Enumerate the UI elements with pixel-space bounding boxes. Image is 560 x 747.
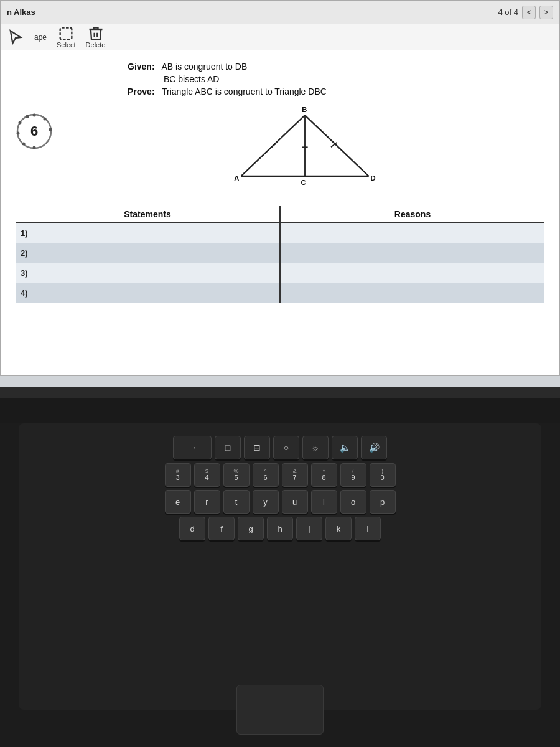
reason-cell[interactable] (280, 263, 544, 283)
key-amp-7[interactable]: & 7 (282, 463, 308, 487)
given-text-2: BC bisects AD (164, 74, 219, 84)
delete-icon (87, 26, 105, 41)
geometry-diagram: B A C D (218, 106, 392, 194)
top-bar: n Alkas 4 of 4 < > (1, 1, 559, 24)
page-count: 4 of 4 (498, 7, 518, 17)
key-rparen-0[interactable]: ) 0 (370, 463, 396, 487)
given-label: Given: (128, 62, 155, 72)
given-line: Given: AB is congruent to DB (128, 62, 544, 72)
label-D: D (370, 174, 375, 182)
key-dollar-4[interactable]: $ 4 (194, 463, 220, 487)
prove-text: Triangle ABC is congruent to Triangle DB… (162, 87, 327, 96)
svg-point-6 (22, 143, 26, 146)
key-u[interactable]: u (282, 490, 308, 514)
key-lparen-9[interactable]: ( 9 (340, 463, 366, 487)
table-row: 4) (16, 283, 544, 303)
key-circle[interactable]: ○ (273, 436, 299, 459)
prev-page-button[interactable]: < (522, 6, 536, 19)
row-num: 1) (21, 228, 28, 238)
given-prove-section: Given: AB is congruent to DB BC bisects … (128, 62, 544, 96)
svg-point-5 (33, 146, 36, 149)
key-o[interactable]: o (340, 490, 366, 514)
svg-point-7 (17, 132, 20, 135)
label-B: B (302, 106, 307, 113)
keyboard-area: → □ ⊟ ○ ☼ 🔈 🔊 # 3 $ 4 % 5 ^ 6 (0, 398, 560, 747)
proof-table: Statements Reasons 1)2)3)4) (16, 206, 544, 303)
statement-cell[interactable]: 4) (16, 283, 280, 303)
select-icon (57, 26, 75, 41)
reason-cell[interactable] (280, 223, 544, 243)
toolbar: ape Select (1, 24, 559, 50)
key-d[interactable]: d (179, 517, 205, 540)
statement-cell[interactable]: 2) (16, 243, 280, 263)
statement-cell[interactable]: 3) (16, 263, 280, 283)
table-row: 1) (16, 223, 544, 243)
keyboard-bezel (0, 398, 560, 423)
page-indicator: 4 of 4 < > (498, 6, 553, 19)
shape-label: ape (34, 33, 47, 42)
key-k[interactable]: k (325, 517, 352, 540)
reason-cell[interactable] (280, 283, 544, 303)
key-i[interactable]: i (311, 490, 337, 514)
key-p[interactable]: p (370, 490, 396, 514)
problem-badge: 6 (16, 113, 53, 150)
row-num: 3) (21, 268, 28, 278)
svg-point-4 (49, 128, 52, 131)
special-key-row: → □ ⊟ ○ ☼ 🔈 🔊 (28, 436, 532, 459)
key-split-square[interactable]: ⊟ (244, 436, 270, 459)
row-num: 2) (21, 248, 28, 258)
app-title: n Alkas (7, 7, 35, 17)
key-t[interactable]: t (223, 490, 250, 514)
reasons-header: Reasons (280, 206, 544, 223)
given-text-1: AB is congruent to DB (161, 62, 247, 72)
cursor-icon (7, 30, 24, 45)
svg-rect-0 (60, 27, 72, 39)
key-vol-low[interactable]: 🔈 (332, 436, 358, 459)
reason-cell[interactable] (280, 243, 544, 263)
main-content: Given: AB is congruent to DB BC bisects … (1, 50, 559, 314)
key-percent-5[interactable]: % 5 (223, 463, 250, 487)
key-caret-6[interactable]: ^ 6 (253, 463, 279, 487)
triangle-diagram: B A C D (65, 106, 544, 200)
key-g[interactable]: g (238, 517, 264, 540)
key-f[interactable]: f (208, 517, 235, 540)
key-j[interactable]: j (296, 517, 322, 540)
table-row: 3) (16, 263, 544, 283)
next-page-button[interactable]: > (539, 6, 553, 19)
given-line2: BC bisects AD (164, 74, 544, 84)
svg-point-8 (19, 121, 22, 125)
letter-row-top: e r t y u i o p (28, 490, 532, 514)
svg-point-9 (26, 115, 29, 118)
key-e[interactable]: e (165, 490, 191, 514)
delete-button[interactable]: Delete (86, 26, 106, 49)
key-star-8[interactable]: * 8 (311, 463, 337, 487)
key-vol-high[interactable]: 🔊 (361, 436, 387, 459)
delete-label: Delete (86, 41, 106, 49)
table-row: 2) (16, 243, 544, 263)
label-A: A (234, 174, 239, 182)
key-square[interactable]: □ (215, 436, 241, 459)
key-h[interactable]: h (267, 517, 293, 540)
touchpad[interactable] (236, 685, 324, 735)
select-button[interactable]: Select (57, 26, 76, 49)
prove-label: Prove: (128, 87, 155, 96)
label-C: C (301, 179, 306, 186)
select-label: Select (57, 41, 76, 49)
letter-row-mid: d f g h j k l (28, 517, 532, 540)
key-r[interactable]: r (194, 490, 220, 514)
badge-number: 6 (30, 123, 38, 139)
number-row: # 3 $ 4 % 5 ^ 6 & 7 * 8 (28, 463, 532, 487)
svg-point-2 (33, 114, 36, 117)
statement-cell[interactable]: 1) (16, 223, 280, 243)
key-sun[interactable]: ☼ (302, 436, 329, 459)
key-arrow-right[interactable]: → (173, 436, 212, 459)
svg-point-3 (44, 118, 47, 121)
key-l[interactable]: l (355, 517, 381, 540)
key-y[interactable]: y (253, 490, 279, 514)
key-hash-3[interactable]: # 3 (165, 463, 191, 487)
shape-indicator: ape (34, 33, 47, 42)
cursor-tool-button[interactable] (7, 30, 24, 45)
keyboard-frame: → □ ⊟ ○ ☼ 🔈 🔊 # 3 $ 4 % 5 ^ 6 (19, 423, 541, 710)
svg-line-11 (305, 115, 369, 176)
diagram-section: 6 (16, 106, 544, 200)
